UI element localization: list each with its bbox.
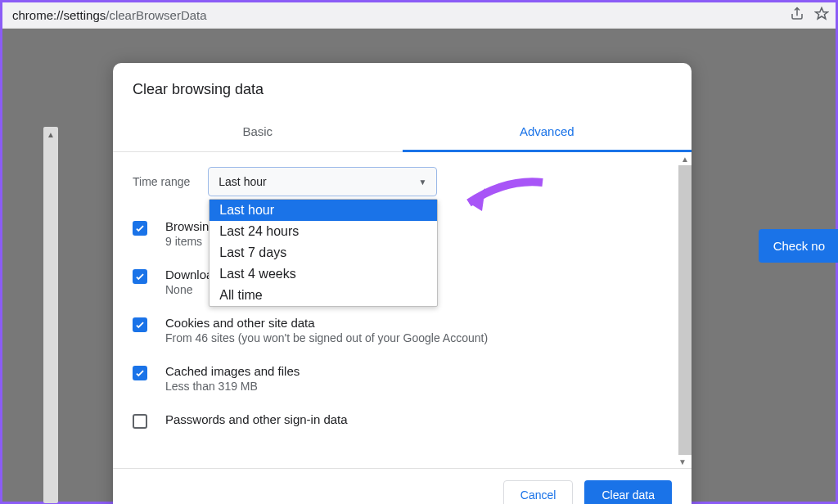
option-all-time[interactable]: All time [210,285,437,306]
item-title: Cookies and other site data [165,316,488,330]
share-icon[interactable] [790,7,804,25]
item-cookies: Cookies and other site data From 46 site… [133,316,672,344]
dialog-body: ▲ ▼ Time range Last hour ▼ Last hour Las… [113,152,692,468]
dialog-title: Clear browsing data [113,63,692,113]
star-icon[interactable] [814,7,829,25]
checkbox-cached[interactable] [133,366,147,380]
option-last-24-hours[interactable]: Last 24 hours [210,221,437,242]
item-title: Browsin [165,219,209,233]
address-bar[interactable]: chrome://settings/clearBrowserData [2,2,836,29]
checkbox-cookies[interactable] [133,317,147,332]
tabs: Basic Advanced [113,113,692,152]
item-cached: Cached images and files Less than 319 MB [133,364,672,393]
url-text: chrome://settings/clearBrowserData [9,8,207,22]
scroll-down-icon[interactable]: ▼ [678,455,687,468]
page-scrollbar[interactable] [43,127,58,503]
page-background: Check no Clear browsing data Basic Advan… [2,29,836,502]
option-last-hour[interactable]: Last hour [210,200,437,221]
checkbox-browsing-history[interactable] [133,221,147,236]
tab-advanced[interactable]: Advanced [403,113,692,151]
item-passwords: Passwords and other sign-in data [133,412,672,429]
checkbox-download-history[interactable] [133,269,147,284]
item-title: Passwords and other sign-in data [165,412,348,426]
annotation-arrow-icon [457,174,547,227]
scroll-track[interactable] [678,165,692,455]
tab-basic[interactable]: Basic [113,113,403,151]
item-title: Cached images and files [165,364,300,378]
checkbox-passwords[interactable] [133,414,147,429]
option-last-4-weeks[interactable]: Last 4 weeks [210,263,437,285]
scroll-up-icon[interactable] [43,127,58,142]
chevron-down-icon: ▼ [418,178,426,187]
cancel-button[interactable]: Cancel [503,480,574,504]
check-now-button[interactable]: Check no [759,229,838,263]
clear-data-button[interactable]: Clear data [584,480,672,504]
item-subtitle: From 46 sites (you won't be signed out o… [165,331,488,344]
clear-data-dialog: Clear browsing data Basic Advanced ▲ ▼ T… [113,63,692,504]
dialog-footer: Cancel Clear data [113,468,692,504]
time-range-value: Last hour [219,175,266,188]
time-range-dropdown: Last hour Last 24 hours Last 7 days Last… [209,199,438,307]
option-last-7-days[interactable]: Last 7 days [210,242,437,263]
item-subtitle: 9 items [165,235,209,248]
time-range-label: Time range [133,175,190,188]
scroll-up-icon[interactable]: ▲ [678,152,692,165]
dialog-scrollbar[interactable]: ▲ ▼ [678,152,692,468]
item-subtitle: Less than 319 MB [165,380,300,393]
time-range-select[interactable]: Last hour ▼ Last hour Last 24 hours Last… [208,167,437,196]
